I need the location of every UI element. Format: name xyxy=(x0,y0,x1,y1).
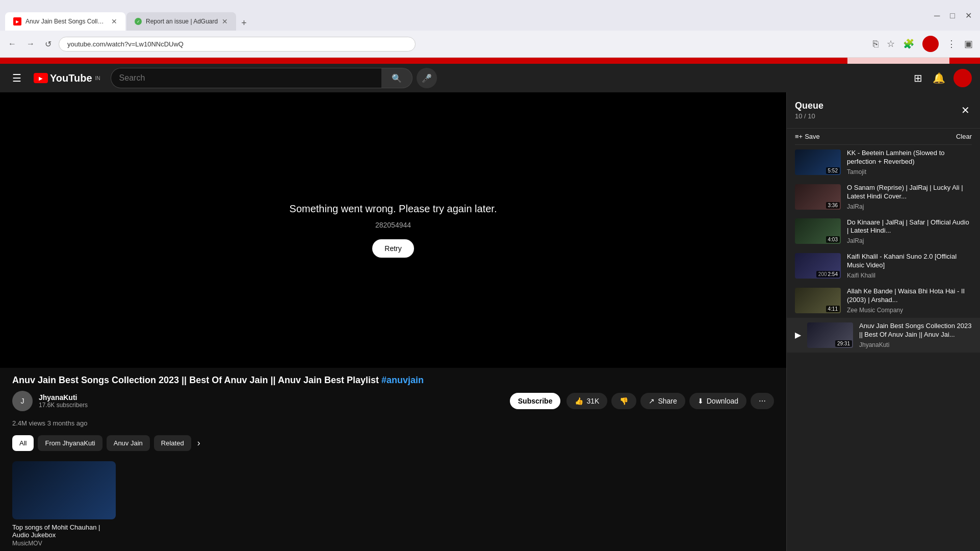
recommended-tabs: All From JhyanaKuti Anuv Jain Related › xyxy=(12,435,774,455)
download-icon: ⬇ xyxy=(698,397,704,405)
browser-tab-1[interactable]: ▶ Anuv Jain Best Songs Collectio... ✕ xyxy=(5,12,125,31)
share-label: Share xyxy=(658,397,677,405)
video-hashtag[interactable]: #anuvjain xyxy=(381,375,424,385)
rec-thumb-bg-1 xyxy=(12,461,116,519)
queue-now-playing-icon: ▶ xyxy=(795,330,801,340)
share-icon: ↗ xyxy=(649,397,655,405)
queue-thumb-1: 5:52 xyxy=(795,149,841,175)
queue-item-4[interactable]: 2002:54 Kaifi Khalil - Kahani Suno 2.0 [… xyxy=(787,248,980,283)
user-avatar[interactable] xyxy=(953,69,972,87)
queue-item-3[interactable]: 4:03 Do Kinaare | JalRaj | Safar | Offic… xyxy=(787,214,980,249)
channel-subscribers: 17.6K subscribers xyxy=(39,402,504,409)
hamburger-menu-button[interactable]: ☰ xyxy=(8,68,25,88)
rec-title-1: Top songs of Mohit Chauhan | Audio Jukeb… xyxy=(12,523,116,539)
queue-item-5-info: Allah Ke Bande | Waisa Bhi Hota Hai - II… xyxy=(847,287,972,314)
forward-button[interactable]: → xyxy=(23,37,38,51)
queue-item-6[interactable]: ▶ 29:31 Anuv Jain Best Songs Collection … xyxy=(787,318,980,353)
like-icon: 👍 xyxy=(575,397,583,405)
queue-item-1-channel: Tamojit xyxy=(847,168,972,176)
like-button[interactable]: 👍 31K xyxy=(566,393,607,409)
browser-tab-2[interactable]: ✓ Report an issue | AdGuard ✕ xyxy=(126,12,236,31)
rec-card-1[interactable]: Top songs of Mohit Chauhan | Audio Jukeb… xyxy=(12,461,116,547)
download-button[interactable]: ⬇ Download xyxy=(689,393,746,409)
queue-item-2-duration: 3:36 xyxy=(826,202,840,209)
recommended-section: All From JhyanaKuti Anuv Jain Related › … xyxy=(0,429,786,551)
youtube-logo-icon xyxy=(34,73,48,83)
channel-avatar[interactable]: J xyxy=(12,391,33,411)
rec-tab-all[interactable]: All xyxy=(12,435,34,451)
search-input[interactable] xyxy=(111,68,381,88)
menu-button[interactable]: ⋮ xyxy=(945,36,958,52)
channel-avatar-letter: J xyxy=(21,397,24,405)
maximize-button[interactable]: □ xyxy=(947,9,958,22)
queue-actions: ≡+ Save Clear xyxy=(787,129,980,144)
queue-title: Queue xyxy=(795,101,823,111)
rec-tab-related[interactable]: Related xyxy=(154,435,191,451)
tab-1-close[interactable]: ✕ xyxy=(111,17,117,26)
download-label: Download xyxy=(707,397,738,405)
youtube-logo-text: YouTube xyxy=(50,72,92,84)
cast-button[interactable]: ⎘ xyxy=(871,37,881,52)
rec-tab-next-arrow[interactable]: › xyxy=(195,436,202,450)
queue-item-1[interactable]: 5:52 KK - Beetein Lamhein (Slowed to per… xyxy=(787,145,980,180)
video-info: Anuv Jain Best Songs Collection 2023 || … xyxy=(0,368,786,417)
queue-thumb-5: 4:11 xyxy=(795,288,841,313)
view-count: 2.4M views xyxy=(12,419,45,427)
profile-button[interactable] xyxy=(920,34,941,54)
browser-controls: ← → ↺ youtube.com/watch?v=Lw10NNcDUwQ ⎘ … xyxy=(0,31,980,58)
more-options-button[interactable]: ⋯ xyxy=(751,393,774,409)
queue-close-button[interactable]: ✕ xyxy=(959,102,972,118)
youtube-country-badge: IN xyxy=(95,76,100,81)
tab-2-close[interactable]: ✕ xyxy=(222,17,228,26)
queue-save-button[interactable]: ≡+ Save xyxy=(795,133,820,140)
channel-name[interactable]: JhyanaKuti xyxy=(39,393,504,402)
queue-item-2-info: O Sanam (Reprise) | JalRaj | Lucky Ali |… xyxy=(847,184,972,210)
extensions-button[interactable]: 🧩 xyxy=(901,36,916,52)
bookmark-button[interactable]: ☆ xyxy=(885,36,897,52)
back-button[interactable]: ← xyxy=(5,37,19,51)
more-icon: ⋯ xyxy=(759,397,766,405)
queue-thumb-2: 3:36 xyxy=(795,184,841,210)
queue-title-group: Queue 10 / 10 xyxy=(795,101,823,120)
upload-time: 3 months ago xyxy=(47,419,88,427)
rec-channel-1: MusicMOV xyxy=(12,540,116,547)
views-info: 2.4M views 3 months ago xyxy=(0,417,786,429)
video-title: Anuv Jain Best Songs Collection 2023 || … xyxy=(12,374,774,387)
browser-actions: ⎘ ☆ 🧩 ⋮ ▣ xyxy=(871,34,975,54)
share-button[interactable]: ↗ Share xyxy=(640,393,685,409)
rec-tab-from-channel[interactable]: From JhyanaKuti xyxy=(38,435,102,451)
create-button[interactable]: ⊞ xyxy=(912,70,924,86)
queue-thumb-3: 4:03 xyxy=(795,218,841,244)
queue-item-5[interactable]: 4:11 Allah Ke Bande | Waisa Bhi Hota Hai… xyxy=(787,283,980,318)
voice-search-button[interactable]: 🎤 xyxy=(417,68,437,88)
video-player: Something went wrong. Please try again l… xyxy=(0,92,786,368)
queue-save-icon: ≡+ xyxy=(795,133,803,140)
like-count: 31K xyxy=(586,397,599,405)
main-layout: Something went wrong. Please try again l… xyxy=(0,92,980,551)
queue-thumb-4: 2002:54 xyxy=(795,253,841,279)
rec-thumb-1 xyxy=(12,461,116,519)
rec-info-1: Top songs of Mohit Chauhan | Audio Jukeb… xyxy=(12,523,116,547)
queue-list: 5:52 KK - Beetein Lamhein (Slowed to per… xyxy=(787,145,980,551)
rec-tab-artist[interactable]: Anuv Jain xyxy=(107,435,150,451)
new-tab-button[interactable]: + xyxy=(237,16,251,31)
retry-button[interactable]: Retry xyxy=(372,239,414,258)
reload-button[interactable]: ↺ xyxy=(42,37,55,51)
subscribe-button[interactable]: Subscribe xyxy=(510,393,561,409)
queue-item-5-channel: Zee Music Company xyxy=(847,307,972,314)
close-window-button[interactable]: ✕ xyxy=(962,9,975,22)
queue-clear-button[interactable]: Clear xyxy=(956,133,972,140)
address-bar[interactable]: youtube.com/watch?v=Lw10NNcDUwQ xyxy=(59,37,416,52)
notifications-button[interactable]: 🔔 xyxy=(931,70,947,86)
minimize-button[interactable]: ─ xyxy=(931,9,943,22)
queue-item-2-channel: JalRaj xyxy=(847,203,972,210)
queue-item-2[interactable]: 3:36 O Sanam (Reprise) | JalRaj | Lucky … xyxy=(787,180,980,214)
dislike-button[interactable]: 👎 xyxy=(611,393,636,409)
youtube-logo[interactable]: YouTube IN xyxy=(34,72,100,84)
queue-item-6-duration: 29:31 xyxy=(835,340,852,347)
queue-item-6-channel: JhyanaKuti xyxy=(859,341,972,348)
queue-item-4-info: Kaifi Khalil - Kahani Suno 2.0 [Official… xyxy=(847,253,972,279)
search-button[interactable]: 🔍 xyxy=(381,68,412,88)
sidebar-button[interactable]: ▣ xyxy=(962,36,975,52)
youtube-header: ☰ YouTube IN 🔍 🎤 ⊞ 🔔 xyxy=(0,64,980,92)
